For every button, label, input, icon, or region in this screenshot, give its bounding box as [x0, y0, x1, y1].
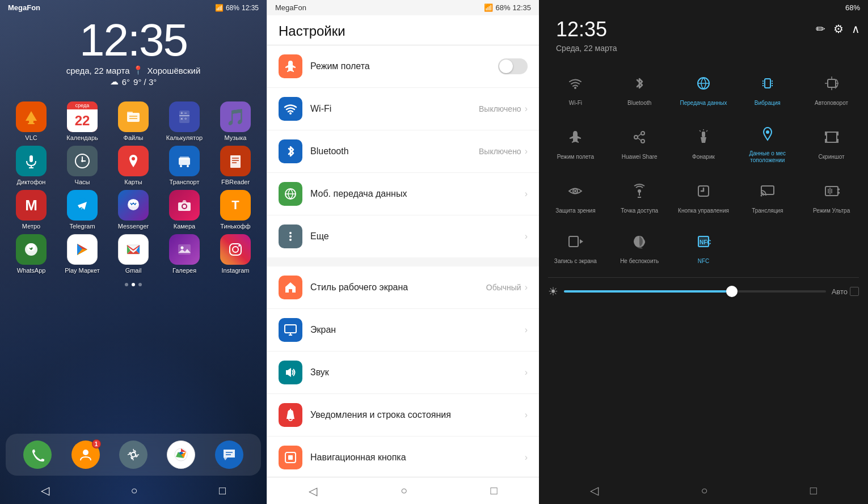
tile-vibrate[interactable]: Вибрация: [735, 63, 799, 113]
settings-home[interactable]: ○: [389, 480, 419, 502]
app-tinkoff[interactable]: T Тинькофф: [212, 190, 259, 230]
home-signal-icon: 📶: [215, 4, 224, 12]
tile-wifi[interactable]: Wi-Fi: [543, 63, 608, 113]
settings-mobile-data[interactable]: Моб. передача данных ›: [267, 173, 539, 215]
back-button[interactable]: ◁: [30, 479, 61, 502]
settings-back[interactable]: ◁: [297, 480, 328, 502]
recents-button[interactable]: □: [208, 480, 237, 502]
home-time: 12:35: [242, 4, 259, 12]
app-clock[interactable]: Часы: [59, 146, 106, 185]
app-calendar[interactable]: среда 22 Календарь: [59, 101, 106, 141]
svg-point-49: [289, 239, 292, 241]
settings-sound[interactable]: Звук ›: [267, 351, 539, 394]
app-telegram[interactable]: Telegram: [59, 190, 106, 230]
settings-recents[interactable]: □: [479, 480, 509, 502]
app-play-label: Play Маркет: [65, 267, 100, 274]
settings-home-style[interactable]: Стиль рабочего экрана Обычный ›: [267, 266, 539, 309]
app-music[interactable]: 🎵 Музыка: [212, 101, 259, 141]
app-calc-label: Калькулятор: [166, 134, 203, 141]
app-camera[interactable]: Камера: [161, 190, 208, 230]
tile-dnd[interactable]: Не беспокоить: [608, 221, 672, 272]
home-style-value: Обычный: [486, 283, 521, 292]
app-metro[interactable]: M Метро: [8, 190, 54, 230]
settings-nav-button[interactable]: Навигационная кнопка ›: [267, 437, 539, 477]
dock-phone[interactable]: [14, 441, 61, 469]
tile-huawei-share[interactable]: Huawei Share: [608, 113, 672, 171]
dot-2: [132, 283, 135, 286]
app-playstore[interactable]: Play Маркет: [59, 234, 106, 274]
tile-airplane[interactable]: Режим полета: [543, 113, 608, 171]
home-button[interactable]: ○: [119, 480, 149, 502]
app-calc[interactable]: + −× ÷ Калькулятор: [161, 101, 208, 141]
tile-rotate[interactable]: Автоповорот: [799, 63, 863, 113]
wifi-chevron: ›: [525, 104, 528, 114]
brightness-slider[interactable]: [564, 290, 826, 293]
home-carrier: MegaFon: [8, 3, 40, 12]
settings-group-display: Стиль рабочего экрана Обычный › Экран › …: [267, 266, 539, 477]
weather-range: 9° / 3°: [133, 77, 157, 87]
brightness-thumb[interactable]: [726, 286, 738, 297]
app-metro-label: Метро: [22, 223, 40, 230]
app-gmail[interactable]: Gmail: [110, 234, 157, 274]
tile-flashlight[interactable]: Фонарик: [672, 113, 736, 171]
app-whatsapp[interactable]: WhatsApp: [8, 234, 54, 274]
tile-location[interactable]: Данные о мес тоположении: [735, 113, 799, 171]
dock-contacts[interactable]: 1: [61, 441, 109, 469]
tile-ultra[interactable]: Режим Ультра: [799, 171, 863, 221]
airplane-toggle[interactable]: [498, 58, 528, 74]
settings-notifications[interactable]: Уведомления и строка состояния ›: [267, 394, 539, 437]
app-maps[interactable]: Карты: [110, 146, 157, 185]
home-battery: 68%: [226, 4, 239, 12]
tile-location-label: Данные о мес тоположении: [738, 150, 797, 164]
app-transport[interactable]: Транспорт: [161, 146, 208, 185]
tile-screenshot-label: Скриншот: [818, 154, 844, 160]
tile-cast-label: Трансляция: [752, 207, 783, 214]
app-files[interactable]: Файлы: [110, 101, 157, 141]
settings-display[interactable]: Экран ›: [267, 309, 539, 351]
app-messenger[interactable]: Messenger: [110, 190, 157, 230]
app-recorder[interactable]: Диктофон: [8, 146, 54, 185]
quick-home[interactable]: ○: [701, 484, 707, 497]
svg-rect-3: [127, 113, 140, 122]
sound-label: Звук: [310, 367, 525, 378]
quick-back[interactable]: ◁: [590, 484, 599, 497]
tile-share-label: Huawei Share: [622, 154, 658, 160]
settings-more[interactable]: Еще ›: [267, 215, 539, 257]
collapse-icon[interactable]: ∧: [852, 22, 860, 36]
svg-point-72: [641, 139, 644, 143]
settings-airplane[interactable]: Режим полета: [267, 45, 539, 88]
tile-eye-protect[interactable]: Защита зрения: [543, 171, 608, 221]
settings-wifi[interactable]: Wi-Fi Выключено ›: [267, 88, 539, 130]
app-gallery[interactable]: Галерея: [161, 234, 208, 274]
edit-icon[interactable]: ✏: [816, 22, 825, 36]
tile-data-label: Передача данных: [680, 100, 727, 107]
app-recorder-label: Диктофон: [17, 179, 46, 185]
app-fbreader[interactable]: FBReader: [212, 146, 259, 185]
tile-hotspot[interactable]: Точка доступа: [608, 171, 672, 221]
svg-rect-97: [569, 236, 578, 247]
svg-point-47: [289, 232, 292, 234]
settings-icon[interactable]: ⚙: [833, 22, 844, 36]
dock-messages[interactable]: [205, 441, 253, 469]
app-vlc[interactable]: VLC: [8, 101, 54, 141]
svg-point-59: [574, 87, 576, 89]
quick-recents[interactable]: □: [810, 484, 817, 497]
tile-nfc[interactable]: NFC NFC: [672, 221, 736, 272]
tile-cast[interactable]: Трансляция: [735, 171, 799, 221]
tile-control[interactable]: Кнопка управления: [672, 171, 736, 221]
display-chevron: ›: [525, 325, 528, 335]
tile-bluetooth[interactable]: Bluetooth: [608, 63, 672, 113]
settings-bluetooth[interactable]: Bluetooth Выключено ›: [267, 130, 539, 173]
app-instagram[interactable]: Instagram: [212, 234, 259, 274]
svg-point-90: [760, 195, 762, 197]
dock-settings[interactable]: [109, 441, 157, 469]
dock-chrome[interactable]: [157, 441, 205, 469]
auto-checkbox[interactable]: [850, 287, 859, 296]
dock: 1: [6, 434, 261, 476]
tile-data[interactable]: Передача данных: [672, 63, 736, 113]
nav-button-label: Навигационная кнопка: [310, 452, 525, 463]
svg-rect-33: [178, 244, 191, 255]
notifications-label: Уведомления и строка состояния: [310, 410, 525, 420]
tile-screenshot[interactable]: Скриншот: [799, 113, 863, 171]
tile-record[interactable]: Запись с экрана: [543, 221, 608, 272]
